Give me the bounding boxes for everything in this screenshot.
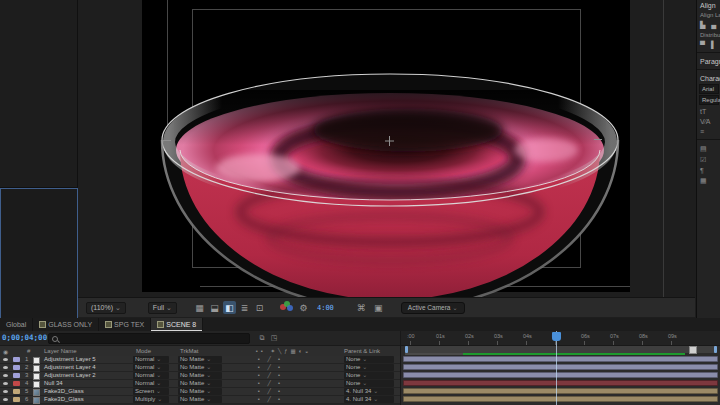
playhead-handle[interactable]: [552, 332, 561, 341]
label-color-swatch[interactable]: [13, 373, 20, 378]
mode-column-header[interactable]: Mode: [136, 348, 151, 354]
preview-time[interactable]: 4:00: [314, 304, 337, 312]
mode-dropdown[interactable]: Screen: [133, 388, 169, 395]
layer-switches[interactable]: ▪ ╱ ▪: [258, 356, 283, 362]
gear-icon[interactable]: ⚙: [297, 301, 310, 314]
font-size-icon[interactable]: tT: [697, 106, 720, 116]
layer-name-column-header[interactable]: Layer Name: [44, 348, 77, 354]
layer-switches[interactable]: ▪ ╱ ▪: [258, 380, 283, 386]
resolution-dropdown[interactable]: Full: [148, 302, 177, 314]
region-of-interest-icon[interactable]: ⊡: [253, 301, 266, 314]
duration-bar-3[interactable]: [403, 372, 718, 378]
font-style-dropdown[interactable]: Regular: [699, 95, 719, 105]
mask-visibility-icon[interactable]: ◧: [223, 301, 236, 314]
layer-row-4[interactable]: 4Null 34NormalNo Matte▪ ╱ ▪None: [0, 380, 400, 388]
search-input[interactable]: [61, 334, 245, 345]
layer-name[interactable]: Fake3D_Glass: [44, 396, 84, 402]
duration-bar-4[interactable]: [403, 380, 718, 386]
label-color-swatch[interactable]: [13, 357, 20, 362]
label-color-swatch[interactable]: [13, 365, 20, 370]
layer-row-1[interactable]: 1Adjustment Layer 5NormalNo Matte▪ ╱ ▪No…: [0, 356, 400, 364]
layer-row-5[interactable]: 5Fake3D_GlassScreenNo Matte▪ ╱ ▪4. Null …: [0, 388, 400, 396]
layer-row-2[interactable]: 2Adjustment Layer 4NormalNo Matte▪ ╱ ▪No…: [0, 364, 400, 372]
mode-dropdown[interactable]: Normal: [133, 364, 169, 371]
character-panel-title[interactable]: Character: [697, 73, 720, 83]
work-area-end-handle[interactable]: [714, 346, 717, 353]
timeline-tab-scene-8[interactable]: SCENE 8: [151, 318, 203, 331]
duration-bar-6[interactable]: [403, 396, 718, 402]
parent-dropdown[interactable]: 4. Null 34: [344, 388, 394, 395]
3d-view-popup[interactable]: Active Camera: [401, 302, 465, 314]
distribute-icons[interactable]: ▀ ▌ ▐: [697, 39, 720, 49]
duration-bar-5[interactable]: [403, 388, 718, 394]
trkmat-dropdown[interactable]: No Matte: [178, 356, 222, 363]
composition-canvas[interactable]: [78, 0, 695, 297]
visibility-eye-icon[interactable]: [3, 382, 8, 385]
show-channel-icon[interactable]: [280, 301, 293, 314]
mode-dropdown[interactable]: Normal: [133, 356, 169, 363]
work-area-start-handle[interactable]: [405, 346, 408, 353]
timeline-tab-glass-only[interactable]: GLASS ONLY: [33, 318, 99, 331]
title-safe-icon[interactable]: ⬓: [208, 301, 221, 314]
mode-dropdown[interactable]: Normal: [133, 372, 169, 379]
layer-row-6[interactable]: 6Fake3D_GlassMultiplyNo Matte▪ ╱ ▪4. Nul…: [0, 396, 400, 404]
paragraph-panel-title[interactable]: Paragraph: [697, 56, 720, 66]
visibility-eye-icon[interactable]: [3, 358, 8, 361]
guides-icon[interactable]: ≣: [238, 301, 251, 314]
parent-dropdown[interactable]: 4. Null 34: [344, 396, 394, 403]
number-column-header[interactable]: #: [27, 348, 30, 354]
parent-dropdown[interactable]: None: [344, 380, 394, 387]
preview-panel-active[interactable]: [0, 188, 78, 319]
magnification-dropdown[interactable]: (110%): [86, 302, 126, 314]
project-panel[interactable]: [0, 0, 78, 188]
label-color-swatch[interactable]: [13, 389, 20, 394]
show-snapshot-icon[interactable]: ▣: [372, 301, 385, 314]
layer-switches[interactable]: ▪ ╱ ▪: [258, 396, 283, 402]
mini-flowchart-icon[interactable]: ⧉: [258, 334, 266, 342]
snapshot-camera-icon[interactable]: ⌘: [355, 301, 368, 314]
trkmat-column-header[interactable]: TrkMat: [180, 348, 198, 354]
layer-switches[interactable]: ▪ ╱ ▪: [258, 372, 283, 378]
parent-dropdown[interactable]: None: [344, 372, 394, 379]
work-area-bar[interactable]: [405, 346, 717, 353]
label-color-swatch[interactable]: [13, 381, 20, 386]
duration-bar-2[interactable]: [403, 364, 718, 370]
comp-marker-bin[interactable]: [689, 346, 697, 354]
layer-name[interactable]: Adjustment Layer 4: [44, 364, 96, 370]
label-color-swatch[interactable]: [13, 397, 20, 402]
layer-switches[interactable]: ▪ ╱ ▪: [258, 388, 283, 394]
trkmat-dropdown[interactable]: No Matte: [178, 388, 222, 395]
layer-name[interactable]: Adjustment Layer 2: [44, 372, 96, 378]
layer-name[interactable]: Adjustment Layer 5: [44, 356, 96, 362]
parent-dropdown[interactable]: None: [344, 364, 394, 371]
current-time-display[interactable]: 0;00;04;00: [2, 333, 47, 342]
trkmat-dropdown[interactable]: No Matte: [178, 372, 222, 379]
ruler-tick: [439, 341, 440, 345]
mode-dropdown[interactable]: Normal: [133, 380, 169, 387]
layer-name[interactable]: Null 34: [44, 380, 63, 386]
visibility-eye-icon[interactable]: [3, 374, 8, 377]
align-icons[interactable]: ▙ ▄ ▟: [697, 19, 720, 30]
layer-name[interactable]: Fake3D_Glass: [44, 388, 84, 394]
grid-options-icon[interactable]: ▦: [193, 301, 206, 314]
trkmat-dropdown[interactable]: No Matte: [178, 396, 222, 403]
timeline-tab-spg-tex[interactable]: SPG TEX: [99, 318, 151, 331]
layer-number: 3: [25, 372, 28, 378]
visibility-eye-icon[interactable]: [3, 366, 8, 369]
mode-dropdown[interactable]: Multiply: [133, 396, 169, 403]
trkmat-dropdown[interactable]: No Matte: [178, 380, 222, 387]
layer-row-3[interactable]: 3Adjustment Layer 2NormalNo Matte▪ ╱ ▪No…: [0, 372, 400, 380]
kerning-icon[interactable]: V⁄A: [697, 116, 720, 126]
duration-bar-1[interactable]: [403, 356, 718, 362]
visibility-eye-icon[interactable]: [3, 390, 8, 393]
parent-column-header[interactable]: Parent & Link: [344, 348, 380, 354]
trkmat-dropdown[interactable]: No Matte: [178, 364, 222, 371]
parent-dropdown[interactable]: None: [344, 356, 394, 363]
timeline-tab-global[interactable]: Global: [0, 318, 33, 331]
draft-3d-icon[interactable]: ◳: [270, 334, 278, 342]
visibility-eye-icon[interactable]: [3, 398, 8, 401]
font-family-dropdown[interactable]: Arial: [699, 84, 719, 94]
align-panel-title[interactable]: Align: [697, 0, 720, 10]
layer-switches[interactable]: ▪ ╱ ▪: [258, 364, 283, 370]
panel-menu-icon[interactable]: ≡: [697, 126, 720, 136]
